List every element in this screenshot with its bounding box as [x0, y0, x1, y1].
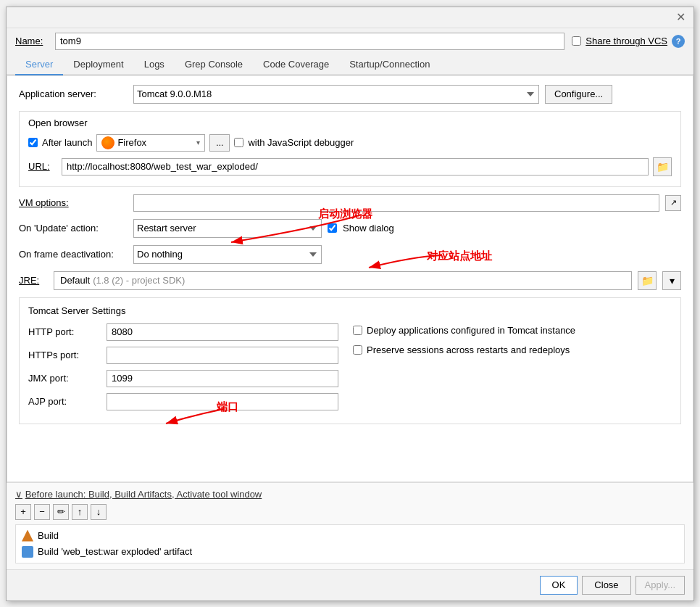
preserve-sessions-checkbox-label[interactable]: Preserve sessions across restarts and re…: [353, 344, 672, 355]
tabs-bar: Server Deployment Logs Grep Console Code…: [7, 54, 693, 75]
show-dialog-checkbox[interactable]: [328, 223, 337, 233]
jre-dropdown-button[interactable]: ▾: [662, 271, 681, 290]
share-vcs-label: Share through VCS: [586, 36, 667, 46]
preserve-sessions-text: Preserve sessions across restarts and re…: [367, 344, 570, 355]
jre-default-text: Default: [60, 275, 90, 286]
content-wrapper: Application server: Tomcat 9.0.0.M18 Con…: [7, 75, 693, 569]
jre-label: JRE:: [19, 275, 48, 286]
browser-selector[interactable]: Firefox ▾: [96, 134, 205, 152]
open-browser-section: Open browser After launch Firefox ▾ ... …: [19, 111, 681, 187]
before-launch-edit-button[interactable]: ✏: [53, 504, 69, 520]
before-launch-section: ∨ Before launch: Build, Build Artifacts,…: [7, 482, 693, 569]
close-icon[interactable]: ✕: [673, 10, 688, 25]
js-debugger-label: with JavaScript debugger: [248, 137, 354, 148]
on-update-row: On 'Update' action: Restart server Show …: [19, 219, 681, 238]
after-launch-checkbox[interactable]: [28, 138, 38, 147]
ajp-port-row: AJP port:: [28, 393, 338, 410]
ajp-port-label: AJP port:: [28, 396, 101, 407]
jmx-port-row: JMX port:: [28, 370, 338, 387]
http-port-row: HTTP port:: [28, 323, 338, 341]
list-item: Build 'web_test:war exploded' artifact: [19, 544, 681, 560]
app-server-row: Application server: Tomcat 9.0.0.M18 Con…: [19, 85, 681, 104]
jre-row: JRE: Default (1.8 (2) - project SDK) 📁 ▾: [19, 271, 681, 290]
before-launch-up-button[interactable]: ↑: [72, 504, 88, 520]
browser-row: After launch Firefox ▾ ... with JavaScri…: [28, 134, 672, 152]
before-launch-title: ∨ Before launch: Build, Build Artifacts,…: [15, 489, 685, 500]
browser-name: Firefox: [117, 137, 146, 148]
deploy-apps-text: Deploy applications configured in Tomcat…: [367, 325, 575, 336]
vm-options-label: VM options:: [19, 197, 128, 208]
url-label: URL:: [28, 161, 57, 172]
on-update-label: On 'Update' action:: [19, 223, 128, 234]
ok-button[interactable]: OK: [540, 576, 578, 595]
jmx-port-label: JMX port:: [28, 373, 101, 384]
ajp-port-input[interactable]: [107, 393, 338, 410]
before-launch-label: Before launch: Build, Build Artifacts, A…: [25, 489, 262, 500]
https-port-row: HTTPs port:: [28, 347, 338, 364]
run-debug-configurations-dialog: ✕ Name: Share through VCS ? Server Deplo…: [6, 7, 694, 601]
preserve-sessions-checkbox[interactable]: [353, 345, 362, 355]
vm-options-input[interactable]: [133, 194, 659, 212]
deploy-apps-checkbox-label[interactable]: Deploy applications configured in Tomcat…: [353, 325, 672, 336]
apply-button[interactable]: Apply...: [636, 576, 685, 595]
open-browser-label: Open browser: [28, 117, 672, 128]
artifact-icon: [22, 546, 33, 558]
artifact-label: Build 'web_test:war exploded' artifact: [38, 546, 192, 557]
tab-startup-connection[interactable]: Startup/Connection: [339, 54, 440, 75]
https-port-label: HTTPs port:: [28, 350, 101, 360]
on-update-select[interactable]: Restart server: [133, 219, 322, 238]
title-bar: ✕: [7, 7, 693, 28]
tab-logs[interactable]: Logs: [134, 54, 175, 75]
http-port-input[interactable]: [107, 323, 338, 341]
tab-server[interactable]: Server: [15, 54, 63, 75]
deploy-apps-checkbox[interactable]: [353, 326, 362, 335]
tab-deployment[interactable]: Deployment: [63, 54, 133, 75]
http-port-label: HTTP port:: [28, 326, 101, 337]
jre-sub-text: (1.8 (2) - project SDK): [93, 275, 185, 286]
on-frame-row: On frame deactivation: Do nothing: [19, 245, 681, 264]
jre-selector[interactable]: Default (1.8 (2) - project SDK): [54, 271, 632, 290]
vm-options-row: VM options: ↗: [19, 194, 681, 212]
bottom-bar: OK Close Apply...: [7, 569, 693, 600]
before-launch-remove-button[interactable]: −: [34, 504, 50, 520]
before-launch-down-button[interactable]: ↓: [91, 504, 107, 520]
app-server-select[interactable]: Tomcat 9.0.0.M18: [133, 85, 539, 104]
tab-code-coverage[interactable]: Code Coverage: [253, 54, 339, 75]
build-icon: [22, 530, 33, 542]
vm-options-expand-button[interactable]: ↗: [665, 195, 681, 211]
ports-grid: HTTP port: HTTPs port: JMX port: AJ: [28, 323, 672, 416]
share-vcs-checkbox[interactable]: [572, 36, 581, 46]
close-button[interactable]: Close: [582, 576, 630, 595]
build-label: Build: [38, 530, 59, 541]
list-item: Build: [19, 528, 681, 544]
tomcat-settings-title: Tomcat Server Settings: [28, 305, 672, 316]
browser-more-button[interactable]: ...: [209, 134, 230, 152]
name-input[interactable]: [55, 33, 564, 50]
jre-folder-button[interactable]: 📁: [638, 271, 657, 290]
firefox-icon: [101, 136, 114, 149]
help-icon[interactable]: ?: [672, 35, 685, 48]
ports-left: HTTP port: HTTPs port: JMX port: AJ: [28, 323, 338, 416]
before-launch-list: Build Build 'web_test:war exploded' arti…: [15, 524, 685, 563]
https-port-input[interactable]: [107, 347, 338, 364]
url-folder-button[interactable]: 📁: [653, 157, 672, 176]
before-launch-add-button[interactable]: +: [15, 504, 31, 520]
server-tab-content: Application server: Tomcat 9.0.0.M18 Con…: [7, 75, 693, 482]
name-row: Name: Share through VCS ?: [7, 28, 693, 54]
show-dialog-label: Show dialog: [343, 223, 394, 234]
name-label: Name:: [15, 36, 48, 46]
before-launch-toolbar: + − ✏ ↑ ↓: [15, 504, 685, 520]
url-row: URL: 📁: [28, 157, 672, 176]
js-debugger-checkbox[interactable]: [234, 138, 243, 147]
on-frame-select[interactable]: Do nothing: [133, 245, 322, 264]
checkboxes-right: Deploy applications configured in Tomcat…: [353, 323, 672, 416]
after-launch-label: After launch: [42, 137, 92, 148]
configure-button[interactable]: Configure...: [545, 85, 612, 104]
share-vcs-container: Share through VCS ?: [572, 35, 685, 48]
tomcat-settings-section: Tomcat Server Settings HTTP port: HTTPs …: [19, 297, 681, 424]
app-server-label: Application server:: [19, 88, 128, 99]
jmx-port-input[interactable]: [107, 370, 338, 387]
tab-grep-console[interactable]: Grep Console: [175, 54, 253, 75]
url-input[interactable]: [62, 158, 649, 176]
on-frame-label: On frame deactivation:: [19, 249, 128, 260]
